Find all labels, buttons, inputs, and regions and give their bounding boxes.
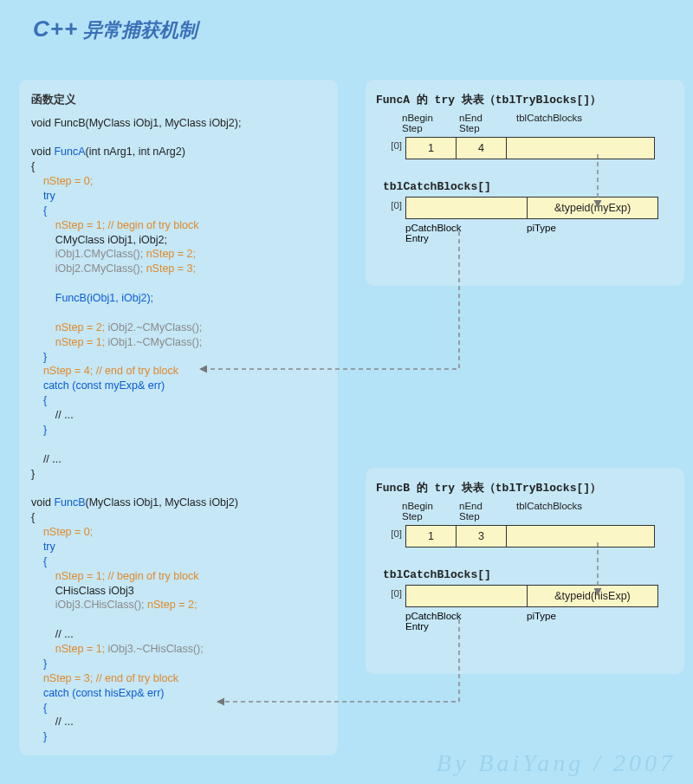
code-line: {	[31, 554, 326, 569]
code-line: nStep = 2; iObj2.~CMyClass();	[31, 321, 326, 335]
trya-c3	[507, 138, 654, 159]
code-line: nStep = 1; iObj1.~CMyClass();	[31, 335, 326, 350]
code-line: }	[31, 350, 326, 365]
trya-lbl2: piType	[527, 223, 613, 243]
code-line: nStep = 1; // begin of try block	[31, 569, 326, 584]
trya-headers: nBegin Step nEnd Step tblCatchBlocks	[402, 113, 674, 133]
trya-catch-title: tblCatchBlocks[]	[383, 180, 674, 193]
code-line: // ...	[31, 408, 326, 423]
tryb-catch-title: tblCatchBlocks[]	[383, 568, 674, 581]
footer-credit: By BaiYang / 2007	[437, 749, 676, 777]
trya-catch-c2: &typeid(myExp)	[528, 198, 657, 218]
code-line: void FuncB(MyClass iObj1, MyClass iObj2)…	[31, 116, 326, 131]
tryb-h3: tblCatchBlocks	[516, 501, 638, 522]
code-line: {	[31, 393, 326, 408]
tryb-title: FuncB 的 try 块表（tblTryBlocks[]）	[376, 480, 674, 496]
code-line: }	[31, 467, 326, 482]
code-line: {	[31, 204, 326, 218]
code-panel: 函数定义 void FuncB(MyClass iObj1, MyClass i…	[19, 80, 338, 755]
code-line: // ...	[31, 627, 326, 642]
code-line	[31, 481, 326, 496]
code-line: CMyClass iObj1, iObj2;	[31, 233, 326, 248]
trya-catch-row: [0] &typeid(myExp)	[383, 197, 674, 219]
tryb-c2: 3	[457, 526, 507, 547]
code-panel-heading: 函数定义	[31, 92, 326, 107]
code-line: catch (const myExp& err)	[31, 379, 326, 393]
tryb-lbl1: pCatchBlock Entry	[405, 611, 527, 632]
code-line: try	[31, 540, 326, 554]
tryb-catch-idx: [0]	[383, 588, 402, 599]
code-line: {	[31, 701, 326, 716]
code-line: void FuncB(MyClass iObj1, MyClass iObj2)	[31, 496, 326, 510]
title-rest: 异常捕获机制	[78, 19, 198, 41]
tryb-headers: nBegin Step nEnd Step tblCatchBlocks	[402, 501, 674, 522]
trya-c2: 4	[457, 138, 507, 159]
code-line: nStep = 1; // begin of try block	[31, 218, 326, 233]
tryb-bot-labels: pCatchBlock Entry piType	[405, 611, 674, 632]
trya-lbl1: pCatchBlock Entry	[405, 223, 527, 243]
trya-bot-labels: pCatchBlock Entry piType	[405, 223, 674, 243]
page-title: C++ 异常捕获机制	[33, 16, 198, 43]
code-line: nStep = 4; // end of try block	[31, 364, 326, 379]
trya-cells: 1 4	[405, 137, 655, 159]
try-panel-funca: FuncA 的 try 块表（tblTryBlocks[]） nBegin St…	[366, 80, 684, 286]
trya-h2: nEnd Step	[459, 113, 509, 133]
code-line: try	[31, 189, 326, 204]
code-line: catch (const hisExp& err)	[31, 686, 326, 701]
tryb-idx: [0]	[383, 528, 402, 539]
code-line: nStep = 0;	[31, 525, 326, 540]
code-line: iObj2.CMyClass(); nStep = 3;	[31, 262, 326, 276]
code-line	[31, 612, 326, 627]
code-line: // ...	[31, 715, 326, 729]
tryb-h1: nBegin Step	[402, 501, 452, 522]
trya-h3: tblCatchBlocks	[516, 113, 638, 133]
trya-catch-idx: [0]	[383, 200, 402, 211]
code-line	[31, 276, 326, 291]
tryb-catch-c2: &typeid(hisExp)	[528, 586, 657, 606]
code-line: }	[31, 657, 326, 671]
tryb-row: [0] 1 3	[383, 525, 674, 548]
code-line: nStep = 0;	[31, 174, 326, 189]
try-panel-funcb: FuncB 的 try 块表（tblTryBlocks[]） nBegin St…	[366, 468, 684, 674]
trya-title: FuncA 的 try 块表（tblTryBlocks[]）	[376, 92, 674, 107]
code-line: iObj3.CHisClass(); nStep = 2;	[31, 598, 326, 612]
tryb-catch-row: [0] &typeid(hisExp)	[383, 585, 674, 607]
title-cpp: C++	[33, 16, 78, 42]
tryb-catch-cells: &typeid(hisExp)	[405, 585, 658, 607]
code-line: void FuncA(int nArg1, int nArg2)	[31, 145, 326, 159]
trya-catch-cells: &typeid(myExp)	[405, 197, 658, 219]
tryb-c1: 1	[406, 526, 457, 547]
code-line: nStep = 3; // end of try block	[31, 671, 326, 686]
tryb-lbl2: piType	[527, 611, 613, 632]
code-line: }	[31, 729, 326, 744]
code-line: {	[31, 159, 326, 174]
tryb-catch-c1	[406, 586, 528, 606]
tryb-h2: nEnd Step	[459, 501, 509, 522]
trya-idx: [0]	[383, 140, 402, 151]
code-line: // ...	[31, 452, 326, 467]
code-line	[31, 130, 326, 145]
trya-h1: nBegin Step	[402, 113, 452, 133]
trya-row: [0] 1 4	[383, 137, 674, 159]
code-line: FuncB(iObj1, iObj2);	[31, 291, 326, 306]
code-lines: void FuncB(MyClass iObj1, MyClass iObj2)…	[31, 116, 326, 745]
code-line: nStep = 1; iObj3.~CHisClass();	[31, 642, 326, 657]
trya-catch-c1	[406, 198, 528, 218]
code-line: CHisClass iObj3	[31, 584, 326, 599]
code-line: {	[31, 510, 326, 525]
code-line	[31, 306, 326, 321]
code-line	[31, 437, 326, 452]
code-line: }	[31, 423, 326, 437]
tryb-cells: 1 3	[405, 525, 655, 548]
tryb-c3	[507, 526, 654, 547]
code-line: iObj1.CMyClass(); nStep = 2;	[31, 247, 326, 262]
trya-c1: 1	[406, 138, 457, 159]
